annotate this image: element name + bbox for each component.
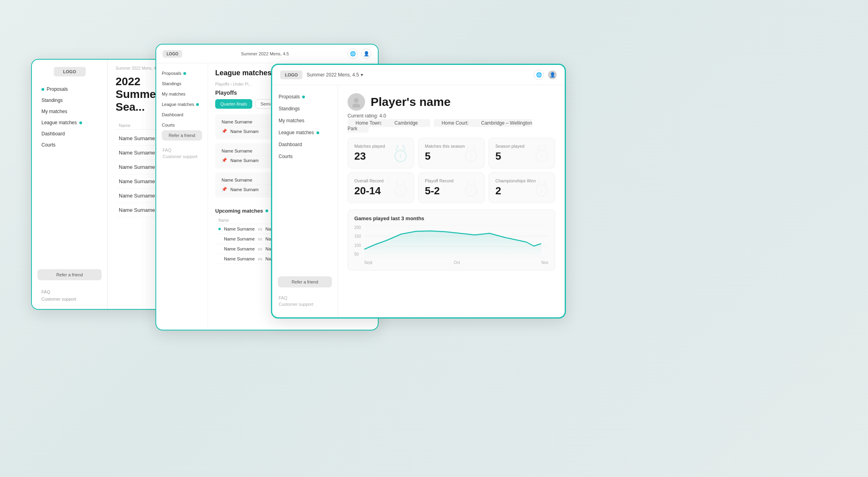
league-matches-dot <box>79 121 82 124</box>
svg-marker-30 <box>364 231 541 257</box>
svg-text:1: 1 <box>399 188 402 194</box>
svg-text:1: 1 <box>399 153 402 159</box>
refer-friend-button[interactable]: Refer a friend <box>278 276 332 287</box>
faq-link[interactable]: FAQ <box>163 147 201 153</box>
proposals-label: Proposals <box>47 86 68 92</box>
upcoming-dot <box>265 209 268 212</box>
league-matches-label: League matches <box>162 102 194 107</box>
sidebar-card1: LOGO Proposals Standings My matches Leag… <box>32 60 108 309</box>
sidebar3-footer: FAQ Customer support <box>272 291 338 311</box>
user-avatar-icon[interactable]: 👤 <box>548 70 557 79</box>
sidebar-dashboard[interactable]: Dashboard <box>156 109 208 120</box>
stat-playoff-record: Playoff Record 5-2 1 <box>418 172 485 203</box>
home-court-label: Home Court: <box>438 119 473 127</box>
dashboard-label: Dashboard <box>279 142 302 147</box>
sidebar-item-dashboard[interactable]: Dashboard <box>37 128 102 139</box>
svg-point-1 <box>352 104 360 108</box>
sidebar-card2: Proposals Standings My matches League ma… <box>156 63 208 330</box>
svg-line-12 <box>537 145 539 151</box>
player-header: Player's name <box>348 93 555 111</box>
y-label: 100 <box>354 243 361 248</box>
y-label: 200 <box>354 225 361 230</box>
sidebar-courts[interactable]: Courts <box>156 120 208 130</box>
header-icons-card3: 🌐 👤 <box>534 70 557 80</box>
sidebar-footer: FAQ Customer support <box>32 284 107 309</box>
dashboard-label: Dashboard <box>162 112 183 117</box>
medal-icon: 1 <box>461 178 481 198</box>
svg-line-20 <box>467 180 469 185</box>
sidebar-my-matches[interactable]: My matches <box>272 115 338 127</box>
user-icon[interactable]: 👤 <box>361 49 371 59</box>
active-dot <box>218 228 221 230</box>
y-axis: 200 150 100 50 <box>354 225 361 257</box>
proposals-label: Proposals <box>279 94 300 100</box>
league-matches-label: League matches <box>41 120 77 125</box>
player-location: Home Town: Cambridge Home Court: Cambrid… <box>348 120 555 131</box>
chart-canvas: Sept Oct Nov <box>364 225 548 265</box>
svg-line-16 <box>396 180 398 185</box>
logo-card1: LOGO <box>54 67 86 76</box>
nav-card1: Proposals Standings My matches League ma… <box>32 84 107 265</box>
col-name: Name <box>119 123 130 128</box>
standings-label: Standings <box>279 106 300 111</box>
sidebar-courts[interactable]: Courts <box>272 151 338 162</box>
sidebar-proposals[interactable]: Proposals <box>272 91 338 103</box>
medal-icon: 1 <box>532 178 552 198</box>
card3-body: Proposals Standings My matches League ma… <box>272 85 565 317</box>
league-matches-label: League matches <box>279 130 314 135</box>
sidebar-league-matches[interactable]: League matches <box>156 99 208 109</box>
tab-quarter-finals[interactable]: Quarter-finals <box>215 99 252 109</box>
chevron-icon: ▾ <box>361 72 363 78</box>
sidebar-standings[interactable]: Standings <box>156 78 208 89</box>
sidebar-item-courts[interactable]: Courts <box>37 139 102 151</box>
svg-line-4 <box>396 145 398 151</box>
faq-link[interactable]: FAQ <box>279 295 331 301</box>
globe-icon[interactable]: 🌐 <box>534 70 544 80</box>
sidebar-item-proposals[interactable]: Proposals <box>37 84 102 95</box>
svg-line-21 <box>473 180 475 185</box>
medal-icon: 1 <box>391 143 410 163</box>
sidebar-my-matches[interactable]: My matches <box>156 89 208 99</box>
support-link[interactable]: Customer support <box>163 153 201 160</box>
support-link[interactable]: Customer support <box>41 295 98 303</box>
league-dot <box>196 103 199 106</box>
pin-icon: 📌 <box>222 129 227 134</box>
card2-header: LOGO Summer 2022 Mens, 4.5 🌐 👤 <box>156 45 378 63</box>
sidebar-dashboard[interactable]: Dashboard <box>272 139 338 151</box>
stats-grid: Matches played 23 1 Matches this season … <box>348 138 555 203</box>
player-rating: Current rating: 4.0 <box>348 113 555 119</box>
proposals-dot <box>183 72 186 75</box>
proposals-label: Proposals <box>162 71 181 76</box>
chart-title: Games played last 3 months <box>354 215 548 221</box>
faq-link[interactable]: FAQ <box>41 288 98 295</box>
sidebar-item-standings[interactable]: Standings <box>37 95 102 106</box>
x-label-sept: Sept <box>364 260 373 265</box>
svg-text:1: 1 <box>540 188 543 194</box>
refer-friend-button[interactable]: Refer a friend <box>37 269 102 280</box>
header-icons: 🌐 👤 <box>348 49 371 59</box>
chart-x-labels: Sept Oct Nov <box>364 260 548 265</box>
sidebar-card3: Proposals Standings My matches League ma… <box>272 85 338 317</box>
sidebar-league-matches[interactable]: League matches <box>272 127 338 139</box>
medal-icon: 1 <box>532 143 552 163</box>
sidebar-proposals[interactable]: Proposals <box>156 68 208 78</box>
sidebar2-footer: FAQ Customer support <box>156 145 208 164</box>
svg-line-25 <box>544 180 546 185</box>
medal-icon: 1 <box>391 178 410 198</box>
sidebar-standings[interactable]: Standings <box>272 103 338 115</box>
chart-svg <box>364 225 548 257</box>
y-label: 150 <box>354 234 361 238</box>
season-card3: Summer 2022 Mens, 4.5 ▾ <box>306 72 530 78</box>
refer-friend-button[interactable]: Refer a friend <box>162 130 202 141</box>
chart-area: 200 150 100 50 <box>354 225 548 265</box>
support-link[interactable]: Customer support <box>279 301 331 307</box>
card-player-profile: LOGO Summer 2022 Mens, 4.5 ▾ 🌐 👤 Proposa… <box>271 64 566 319</box>
my-matches-label: My matches <box>41 109 67 114</box>
my-matches-label: My matches <box>279 118 304 123</box>
standings-label: Standings <box>162 81 181 86</box>
sidebar-item-my-matches[interactable]: My matches <box>37 106 102 117</box>
svg-line-5 <box>403 145 405 151</box>
globe-icon[interactable]: 🌐 <box>348 49 358 59</box>
season-label-card2: Summer 2022 Mens, 4.5 <box>186 51 344 56</box>
sidebar-item-league-matches[interactable]: League matches <box>37 117 102 128</box>
